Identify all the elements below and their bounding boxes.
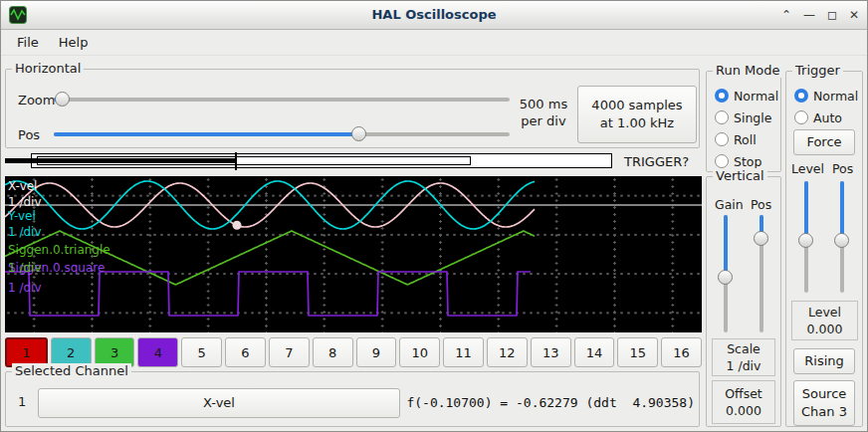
rate-line2: per div (514, 112, 573, 129)
trigger-normal-radio[interactable]: Normal (794, 86, 858, 106)
trigger-source-line1: Source (794, 385, 854, 403)
trigger-edge-button[interactable]: Rising (793, 348, 855, 374)
channel-value-readout: f(-0.10700) = -0.62279 (ddt 4.90358) (406, 395, 695, 410)
vertical-pos-handle[interactable] (754, 231, 768, 246)
trigger-position-marker (235, 152, 237, 170)
sample-rate-label: 500 ms per div (514, 96, 573, 129)
horizontal-pos-label: Pos (18, 127, 40, 142)
trigger-level-readout-value: 0.000 (792, 321, 857, 337)
trigger-group-label: Trigger (792, 63, 843, 78)
radio-icon (794, 110, 808, 124)
horizontal-group: Horizontal Zoom 500 ms per div 4000 samp… (5, 69, 700, 148)
channel-button-12[interactable]: 12 (487, 337, 528, 367)
scope-channel-3-scale-label: 1 /div (8, 261, 42, 275)
channel-button-6[interactable]: 6 (225, 337, 266, 367)
trigger-level-fill (804, 181, 808, 241)
window-controls: ⌃ — ◻ ✕ (781, 1, 859, 29)
channel-button-13[interactable]: 13 (531, 337, 571, 367)
channel-button-5[interactable]: 5 (181, 337, 222, 367)
run-mode-group: Run Mode Normal Single Roll Stop (706, 71, 781, 172)
gain-slider-handle[interactable] (718, 270, 733, 285)
radio-icon (715, 89, 729, 103)
channel-button-8[interactable]: 8 (313, 337, 353, 367)
trigger-auto-radio[interactable]: Auto (794, 108, 842, 127)
record-settings-button[interactable]: 4000 samples at 1.00 kHz (577, 86, 697, 143)
radio-label: Normal (813, 89, 858, 104)
run-mode-roll-radio[interactable]: Roll (715, 129, 757, 149)
vertical-group-label: Vertical (713, 168, 767, 183)
scope-channel-1-name-label: X-vel (8, 179, 37, 193)
menu-file[interactable]: File (7, 32, 49, 53)
offset-value: 0.000 (713, 402, 774, 419)
trigger-level-slider[interactable] (797, 181, 815, 293)
maximize-icon[interactable]: ◻ (827, 8, 837, 22)
trigger-source-line2: Chan 3 (794, 403, 854, 421)
trigger-group: Trigger Normal Auto Force Level Pos Leve… (785, 71, 863, 427)
trigger-pos-handle[interactable] (834, 233, 849, 248)
gain-slider-fill (724, 215, 728, 278)
record-filled-segment (5, 158, 237, 163)
radio-icon (715, 132, 729, 146)
run-mode-single-radio[interactable]: Single (715, 108, 771, 127)
pos-slider-fill (54, 132, 359, 136)
vertical-scale-readout: Scale 1 /div (712, 338, 775, 376)
selected-channel-group-label: Selected Channel (12, 363, 131, 378)
scope-channel-3-name-label: Siggen.0.triangle (8, 243, 110, 257)
trigger-pos-slider[interactable] (833, 181, 851, 293)
pos-slider-handle[interactable] (351, 126, 366, 141)
menu-help[interactable]: Help (49, 32, 99, 53)
offset-label: Offset (713, 385, 774, 402)
close-icon[interactable]: ✕ (849, 8, 859, 22)
zoom-label: Zoom (18, 93, 55, 108)
titlebar: HAL Oscilloscope ⌃ — ◻ ✕ (1, 1, 867, 30)
gain-label: Gain (715, 197, 744, 212)
scope-channel-1-scale-label: 1 /div (8, 195, 42, 209)
gain-slider[interactable] (717, 215, 735, 332)
rate-line1: 500 ms (514, 96, 573, 112)
horizontal-group-label: Horizontal (12, 61, 84, 76)
radio-label: Normal (734, 89, 778, 104)
samples-line1: 4000 samples (578, 97, 696, 114)
horizontal-pos-slider[interactable] (54, 125, 510, 143)
scope-display: X-vel 1 /div Y-vel 1 /div Siggen.0.trian… (5, 176, 702, 332)
channel-button-7[interactable]: 7 (269, 337, 310, 367)
trigger-pos-fill (840, 181, 844, 241)
radio-icon (715, 110, 729, 124)
radio-label: Single (734, 110, 771, 125)
zoom-slider-handle[interactable] (55, 92, 70, 107)
record-position-bar (5, 152, 614, 170)
channel-button-14[interactable]: 14 (574, 337, 615, 367)
scope-channel-4-scale-label: 1 /div (8, 281, 42, 295)
trigger-pos-label: Pos (832, 161, 853, 176)
channel-source-button[interactable]: X-vel (38, 388, 400, 418)
trigger-source-button[interactable]: Source Chan 3 (793, 380, 855, 426)
radio-icon (715, 154, 729, 168)
radio-label: Roll (734, 132, 757, 147)
trigger-level-readout-label: Level (792, 304, 857, 321)
channel-button-16[interactable]: 16 (661, 337, 702, 367)
trigger-level-readout: Level 0.000 (791, 301, 858, 340)
minimize-icon[interactable]: — (803, 8, 815, 22)
channel-button-11[interactable]: 11 (443, 337, 484, 367)
shade-icon[interactable]: ⌃ (781, 8, 791, 22)
channel-button-9[interactable]: 9 (356, 337, 397, 367)
trigger-level-handle[interactable] (798, 233, 813, 248)
radio-icon (794, 89, 808, 103)
trigger-status-label: TRIGGER? (624, 154, 689, 169)
scope-channel-2-scale-label: 1 /div (8, 225, 42, 239)
run-mode-normal-radio[interactable]: Normal (715, 86, 778, 106)
vertical-offset-readout[interactable]: Offset 0.000 (712, 380, 775, 424)
scope-channel-2-name-label: Y-vel (8, 209, 36, 223)
scale-value: 1 /div (713, 357, 774, 374)
channel-button-10[interactable]: 10 (399, 337, 440, 367)
channel-button-15[interactable]: 15 (617, 337, 658, 367)
force-trigger-button[interactable]: Force (793, 129, 855, 155)
menubar: File Help (1, 29, 867, 56)
vertical-group: Vertical Gain Pos Scale 1 /div Offset 0.… (706, 176, 781, 427)
main-window: HAL Oscilloscope ⌃ — ◻ ✕ File Help Horiz… (0, 0, 868, 432)
zoom-slider[interactable] (54, 91, 510, 108)
vertical-pos-slider[interactable] (753, 215, 770, 332)
vertical-pos-label: Pos (751, 197, 771, 212)
scale-label: Scale (713, 340, 774, 357)
channel-button-4[interactable]: 4 (137, 337, 178, 367)
